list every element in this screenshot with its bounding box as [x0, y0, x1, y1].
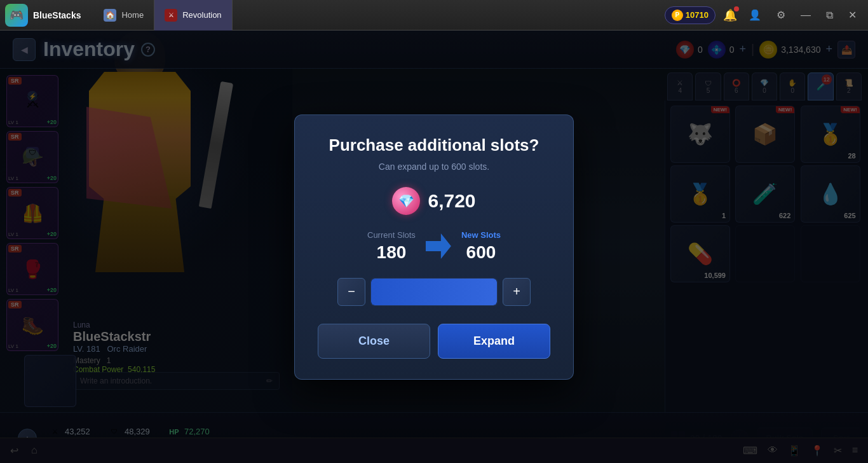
brand-name: BlueStacks: [33, 10, 81, 20]
modal-cost-display: 💎 6,720: [318, 187, 550, 215]
close-button[interactable]: ✕: [844, 6, 860, 24]
settings-button[interactable]: ⚙: [773, 6, 789, 24]
modal-overlay: Purchase additional slots? Can expand up…: [0, 31, 868, 463]
game-tab-icon: ⚔: [165, 9, 177, 22]
cost-amount: 6,720: [428, 190, 475, 212]
stepper-row: − +: [318, 278, 550, 306]
titlebar-right: P 10710 🔔 👤 ⚙ — ⧉ ✕: [665, 6, 868, 24]
game-area: ◀ Inventory ? 💎 0 💠 0 + | 🪙 3,134,630 + …: [0, 31, 868, 463]
notification-button[interactable]: 🔔: [723, 8, 737, 22]
current-slots-label: Current Slots: [367, 230, 416, 240]
stepper-plus-button[interactable]: +: [503, 278, 531, 306]
game-tab[interactable]: ⚔ Revolution: [154, 0, 232, 31]
notification-dot: [734, 6, 739, 11]
purchase-modal: Purchase additional slots? Can expand up…: [294, 114, 574, 380]
game-tab-label: Revolution: [182, 10, 221, 20]
arrow-icon: [426, 233, 451, 259]
modal-buttons: Close Expand: [318, 324, 550, 359]
stepper-minus-button[interactable]: −: [337, 278, 365, 306]
titlebar: 🎮 BlueStacks 🏠 Home ⚔ Revolution P 10710…: [0, 0, 868, 31]
new-slots-value: 600: [461, 242, 501, 263]
gem-cost-icon: 💎: [392, 187, 420, 215]
coin-display: P 10710: [665, 6, 715, 24]
home-tab-icon: 🏠: [104, 9, 116, 22]
slots-row: Current Slots 180 New Slots 600: [318, 230, 550, 263]
expand-button-modal[interactable]: Expand: [438, 324, 550, 359]
home-tab[interactable]: 🏠 Home: [93, 0, 154, 31]
modal-subtitle: Can expand up to 600 slots.: [318, 162, 550, 172]
home-tab-label: Home: [121, 10, 144, 20]
modal-title: Purchase additional slots?: [318, 135, 550, 155]
new-slots-info: New Slots 600: [461, 230, 501, 263]
minimize-button[interactable]: —: [797, 7, 815, 24]
new-slots-label: New Slots: [461, 230, 501, 240]
restore-button[interactable]: ⧉: [822, 7, 837, 24]
stepper-fill: [371, 279, 497, 305]
current-slots-value: 180: [367, 242, 416, 263]
coin-icon: P: [672, 10, 683, 21]
bluestacks-logo: 🎮: [5, 4, 28, 27]
current-slots-info: Current Slots 180: [367, 230, 416, 263]
coin-amount: 10710: [686, 10, 709, 20]
close-button-modal[interactable]: Close: [318, 324, 430, 359]
profile-button[interactable]: 👤: [745, 6, 765, 24]
stepper-track[interactable]: [370, 278, 498, 306]
